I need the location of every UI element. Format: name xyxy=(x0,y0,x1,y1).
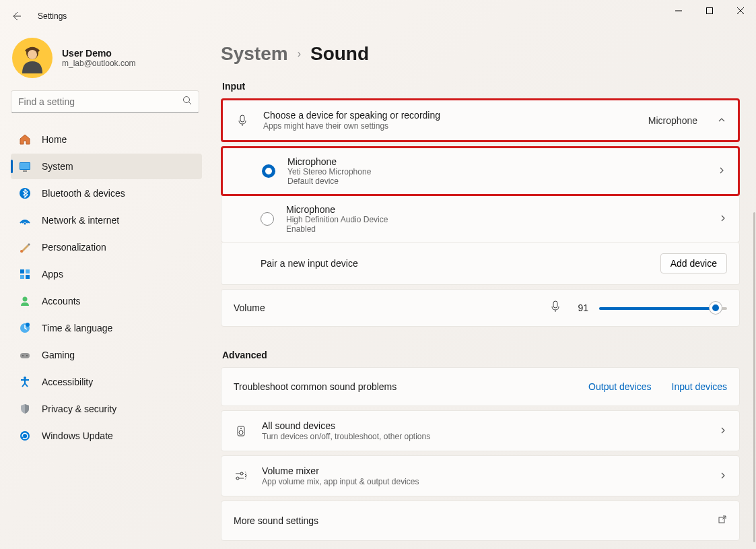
radio-unselected[interactable] xyxy=(261,212,274,226)
sidebar-item-accounts[interactable]: Accounts xyxy=(11,288,202,314)
user-profile[interactable]: User Demo m_lab@outlook.com xyxy=(11,38,202,78)
svg-rect-21 xyxy=(20,353,30,358)
breadcrumb-parent[interactable]: System xyxy=(221,43,288,65)
choose-device-title: Choose a device for speaking or recordin… xyxy=(263,110,635,121)
svg-rect-1 xyxy=(707,8,713,14)
svg-point-24 xyxy=(24,377,26,379)
section-heading-advanced: Advanced xyxy=(222,350,740,360)
mixer-icon xyxy=(234,469,248,484)
radio-selected[interactable] xyxy=(262,164,275,178)
device-title: Microphone xyxy=(287,156,706,167)
accessibility-icon xyxy=(19,376,31,388)
maximize-button[interactable] xyxy=(694,0,725,22)
chevron-right-icon xyxy=(719,213,727,225)
chevron-right-icon xyxy=(719,425,727,437)
time-icon xyxy=(19,322,31,334)
sidebar-item-label: Windows Update xyxy=(42,430,113,441)
chevron-right-icon xyxy=(719,470,727,482)
search-box[interactable] xyxy=(11,90,199,113)
svg-point-36 xyxy=(236,477,239,480)
microphone-icon[interactable] xyxy=(549,300,561,315)
sidebar-item-network-internet[interactable]: Network & internet xyxy=(11,207,202,233)
sidebar-item-windows-update[interactable]: Windows Update xyxy=(11,423,202,449)
svg-rect-16 xyxy=(20,275,24,279)
network-icon xyxy=(19,214,31,226)
sidebar-item-apps[interactable]: Apps xyxy=(11,261,202,287)
sidebar-item-label: Accessibility xyxy=(42,377,93,387)
search-icon xyxy=(182,96,192,108)
microphone-icon xyxy=(235,113,250,128)
pair-device-label: Pair a new input device xyxy=(261,258,648,269)
speaker-icon xyxy=(234,424,248,439)
choose-input-device[interactable]: Choose a device for speaking or recordin… xyxy=(223,100,738,140)
output-devices-link[interactable]: Output devices xyxy=(588,381,651,392)
sidebar-item-label: Home xyxy=(42,134,67,145)
sidebar-item-privacy-security[interactable]: Privacy & security xyxy=(11,396,202,422)
troubleshoot-row: Troubleshoot common sound problems Outpu… xyxy=(221,367,740,406)
window-title: Settings xyxy=(38,11,67,21)
sidebar-item-label: Apps xyxy=(42,269,63,280)
svg-line-7 xyxy=(189,102,192,105)
more-sound-settings[interactable]: More sound settings xyxy=(221,500,740,541)
sidebar-item-time-language[interactable]: Time & language xyxy=(11,315,202,341)
input-device-item-1[interactable]: Microphone High Definition Audio Device … xyxy=(221,196,740,243)
svg-point-13 xyxy=(20,250,23,253)
sidebar-item-accessibility[interactable]: Accessibility xyxy=(11,369,202,395)
add-device-button[interactable]: Add device xyxy=(660,253,727,273)
all-devices-title: All sound devices xyxy=(262,420,706,431)
sidebar-item-label: Gaming xyxy=(42,350,75,360)
svg-point-23 xyxy=(26,355,28,356)
svg-rect-28 xyxy=(553,301,557,308)
svg-point-5 xyxy=(28,50,37,59)
close-button[interactable] xyxy=(725,0,756,22)
svg-point-6 xyxy=(184,97,190,103)
system-icon xyxy=(19,160,31,172)
svg-point-32 xyxy=(240,428,242,429)
device-title: Microphone xyxy=(286,204,707,215)
sidebar-item-label: Time & language xyxy=(42,323,112,333)
user-name: User Demo xyxy=(62,48,136,59)
svg-point-34 xyxy=(240,472,243,475)
chevron-right-icon xyxy=(718,165,726,177)
volume-label: Volume xyxy=(234,302,539,313)
sidebar-item-gaming[interactable]: Gaming xyxy=(11,342,202,368)
device-sub1: Yeti Stereo Microphone xyxy=(287,167,706,176)
all-sound-devices[interactable]: All sound devices Turn devices on/off, t… xyxy=(221,410,740,451)
chevron-right-icon: › xyxy=(298,48,301,60)
svg-rect-15 xyxy=(26,269,30,273)
back-button[interactable] xyxy=(5,5,27,27)
sidebar-item-label: Personalization xyxy=(42,242,106,253)
accounts-icon xyxy=(19,295,31,307)
minimize-button[interactable] xyxy=(663,0,694,22)
device-sub2: Enabled xyxy=(286,224,707,234)
privacy-icon xyxy=(19,403,31,415)
sidebar-item-system[interactable]: System xyxy=(11,154,202,179)
scrollbar[interactable] xyxy=(753,212,755,542)
input-devices-link[interactable]: Input devices xyxy=(672,381,728,392)
avatar xyxy=(12,38,53,78)
sidebar-item-bluetooth-devices[interactable]: Bluetooth & devices xyxy=(11,181,202,206)
search-input[interactable] xyxy=(18,96,182,107)
gaming-icon xyxy=(19,349,31,361)
svg-point-22 xyxy=(22,355,24,356)
breadcrumb: System › Sound xyxy=(221,43,740,65)
sidebar-item-personalization[interactable]: Personalization xyxy=(11,234,202,260)
all-devices-subtitle: Turn devices on/off, troubleshoot, other… xyxy=(262,432,706,441)
volume-slider[interactable] xyxy=(599,301,727,315)
choose-device-value: Microphone xyxy=(648,115,697,126)
mixer-title: Volume mixer xyxy=(262,465,706,476)
input-device-item-0[interactable]: Microphone Yeti Stereo Microphone Defaul… xyxy=(223,148,738,194)
troubleshoot-label: Troubleshoot common sound problems xyxy=(234,381,568,392)
sidebar-item-label: System xyxy=(42,161,73,172)
pair-device-row: Pair a new input device Add device xyxy=(221,243,740,285)
svg-rect-9 xyxy=(20,163,30,169)
bluetooth-icon xyxy=(19,187,31,199)
volume-mixer[interactable]: Volume mixer App volume mix, app input &… xyxy=(221,455,740,496)
sidebar-item-label: Accounts xyxy=(42,296,81,306)
chevron-up-icon xyxy=(718,115,726,127)
sidebar-item-home[interactable]: Home xyxy=(11,127,202,152)
external-link-icon xyxy=(718,515,727,527)
personalization-icon xyxy=(19,241,31,253)
apps-icon xyxy=(19,268,31,280)
svg-point-20 xyxy=(26,323,30,327)
